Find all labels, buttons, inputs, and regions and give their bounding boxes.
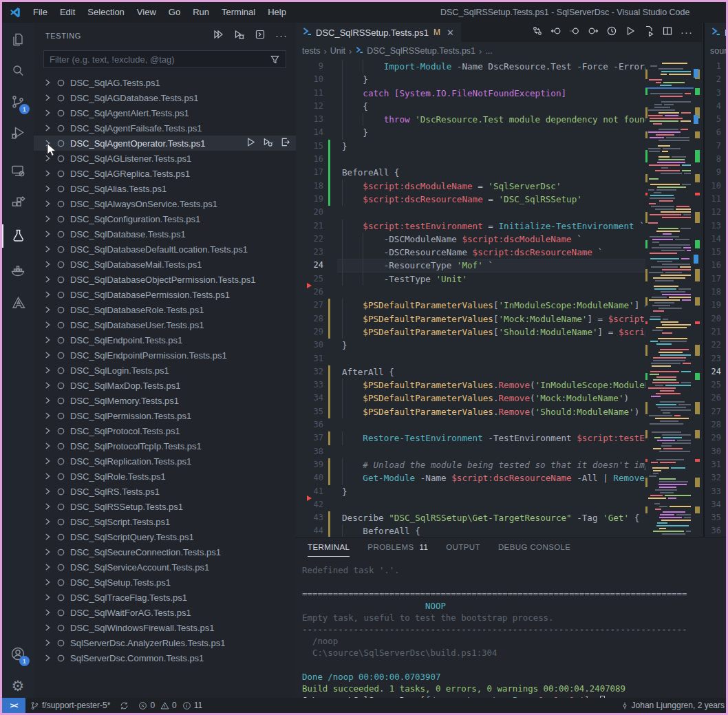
line-number[interactable]: 3 (705, 87, 726, 100)
activity-item-azure[interactable] (2, 287, 34, 319)
test-file-row[interactable]: DSC_SqlDatabaseMail.Tests.ps1 (34, 257, 296, 272)
code-line[interactable]: 42 (296, 498, 645, 511)
terminal-output[interactable]: Redefined task '.'. ====================… (296, 557, 726, 706)
sync-status-item[interactable] (115, 701, 133, 710)
test-file-row[interactable]: DSC_SqlSecureConnection.Tests.ps1 (34, 544, 296, 559)
run-all-tests-button[interactable] (212, 29, 224, 43)
code-line[interactable]: 14 } (296, 126, 645, 139)
line-number[interactable]: 30 (296, 339, 323, 352)
code-line[interactable]: 41} (296, 485, 645, 498)
code-line[interactable]: 32AfterAll { (296, 365, 645, 378)
test-file-row[interactable]: DSC_SqlServiceAccount.Tests.ps1 (34, 559, 296, 575)
line-number[interactable]: 24 (296, 259, 323, 272)
line-number[interactable]: 22 (705, 339, 726, 352)
line-number[interactable]: 12 (296, 100, 323, 113)
code-line[interactable]: 36 (296, 418, 645, 431)
code-line[interactable]: 35 $PSDefaultParameterValues.Remove('Sho… (296, 405, 645, 418)
test-file-row[interactable]: DSC_SqlDatabaseObjectPermission.Tests.ps… (34, 272, 296, 287)
activity-item-accounts[interactable]: 1 (2, 638, 34, 670)
line-number[interactable]: 11 (705, 193, 726, 206)
test-file-row[interactable]: DSC_SqlMaxDop.Tests.ps1 (34, 378, 296, 393)
panel-tab-terminal[interactable]: TERMINAL (308, 537, 350, 557)
reverse-continue-icon[interactable] (550, 25, 561, 39)
line-number[interactable]: 24 (705, 365, 726, 378)
breadcrumb-item[interactable]: sour (710, 46, 727, 56)
split-editor-icon[interactable] (662, 25, 673, 39)
profile-icon[interactable] (606, 25, 617, 39)
code-line[interactable]: 22 -DSCModuleName $script:dscModuleName … (296, 233, 645, 246)
line-number[interactable]: 37 (296, 431, 323, 445)
menu-item-terminal[interactable]: Terminal (215, 2, 261, 23)
more-actions-icon[interactable]: ··· (681, 26, 693, 39)
line-number[interactable]: 17 (296, 166, 323, 179)
filter-icon[interactable] (270, 54, 280, 65)
code-line[interactable]: 44 BeforeAll { (296, 524, 645, 537)
activity-item-docker[interactable] (2, 255, 34, 286)
test-file-row[interactable]: DSC_SqlEndpoint.Tests.ps1 (34, 332, 296, 348)
test-file-row[interactable]: DSC_SqlAlwaysOnService.Tests.ps1 (34, 196, 296, 211)
test-file-row[interactable]: DSC_SqlScript.Tests.ps1 (34, 514, 296, 529)
line-number[interactable]: 35 (296, 405, 323, 418)
line-number[interactable]: 19 (296, 193, 323, 206)
line-number[interactable]: 4 (705, 100, 726, 113)
editor-tab-2[interactable]: D (705, 23, 726, 42)
code-line[interactable]: 13 throw 'DscResource.Test module depend… (296, 113, 645, 126)
code-line[interactable]: 30} (296, 339, 645, 352)
test-file-row[interactable]: DSC_SqlAgentFailsafe.Tests.ps1 (34, 120, 296, 136)
line-number[interactable]: 5 (705, 113, 726, 126)
activity-item-remote-explorer[interactable] (2, 155, 34, 186)
test-file-row[interactable]: DSC_SqlTraceFlag.Tests.ps1 (34, 590, 296, 605)
test-filter-input[interactable]: Filter (e.g. text, !exclude, @tag) (43, 50, 286, 68)
panel-tab-debug-console[interactable]: DEBUG CONSOLE (498, 537, 571, 557)
code-line[interactable]: 10 } (296, 73, 645, 86)
breadcrumb-item[interactable]: tests (302, 46, 320, 56)
code-line[interactable]: 29 $PSDefaultParameterValues['Should:Mod… (296, 326, 645, 339)
test-file-row[interactable]: DSC_SqlAgentOperator.Tests.ps1 (34, 136, 296, 151)
code-line[interactable]: 24 -ResourceType 'Mof' ` (296, 259, 645, 272)
git-compare-icon[interactable] (532, 25, 543, 39)
go-to-test-button[interactable] (280, 137, 290, 149)
code-line[interactable]: 28 $PSDefaultParameterValues['Mock:Modul… (296, 312, 645, 326)
line-number[interactable]: 36 (705, 524, 726, 537)
line-number[interactable]: 30 (705, 445, 726, 458)
code-line[interactable]: 15} (296, 140, 645, 153)
line-number[interactable]: 12 (705, 206, 726, 219)
line-number[interactable]: 28 (705, 418, 726, 431)
line-number[interactable]: 21 (296, 220, 323, 233)
menu-item-selection[interactable]: Selection (81, 2, 130, 23)
debug-tests-button[interactable] (233, 29, 245, 43)
editor-2-line-numbers[interactable]: 1234567891011121314151617181920212223242… (705, 60, 726, 537)
activity-item-testing[interactable] (2, 220, 34, 252)
line-number[interactable]: 10 (705, 180, 726, 193)
code-line[interactable]: 19 $script:dscResourceName = 'DSC_SqlRSS… (296, 193, 645, 206)
breadcrumb-item[interactable]: Unit (330, 46, 345, 56)
breadcrumb-item[interactable]: DSC_SqlRSSetup.Tests.ps1 (367, 46, 475, 56)
line-number[interactable]: 27 (705, 405, 726, 418)
test-file-row[interactable]: DSC_SqlLogin.Tests.ps1 (34, 363, 296, 378)
line-number[interactable]: 17 (705, 273, 726, 286)
activity-item-run-and-debug[interactable] (2, 117, 34, 149)
code-line[interactable]: 21 $script:testEnvironment = Initialize-… (296, 220, 645, 233)
line-number[interactable]: 39 (296, 458, 323, 471)
line-number[interactable]: 19 (705, 299, 726, 312)
line-number[interactable]: 15 (296, 140, 323, 153)
test-file-row[interactable]: DSC_SqlAlias.Tests.ps1 (34, 181, 296, 196)
line-number[interactable]: 33 (705, 485, 726, 498)
line-number[interactable]: 23 (705, 352, 726, 365)
code-line[interactable]: 33 $PSDefaultParameterValues.Remove('InM… (296, 378, 645, 392)
line-number[interactable]: 31 (296, 352, 323, 365)
activity-item-search[interactable] (2, 55, 34, 87)
code-line[interactable]: 43Describe "DSC_SqlRSSetup\Get-TargetRes… (296, 511, 645, 524)
code-line[interactable]: 25 -TestType 'Unit' (296, 273, 645, 286)
line-number[interactable]: 35 (705, 511, 726, 524)
line-number[interactable]: 14 (296, 126, 323, 139)
git-blame-item[interactable]: Johan Ljunggren, 2 years (621, 701, 726, 710)
line-number[interactable]: 29 (705, 431, 726, 445)
line-number[interactable]: 20 (296, 206, 323, 219)
test-file-row[interactable]: DSC_SqlAGListener.Tests.ps1 (34, 151, 296, 166)
panel-tab-problems[interactable]: PROBLEMS11 (367, 537, 428, 557)
sidebar-more-actions-button[interactable]: ··· (275, 32, 288, 39)
line-number[interactable]: 44 (296, 524, 323, 537)
code-line[interactable]: 31 (296, 352, 645, 365)
code-line[interactable]: 26 (296, 286, 645, 299)
